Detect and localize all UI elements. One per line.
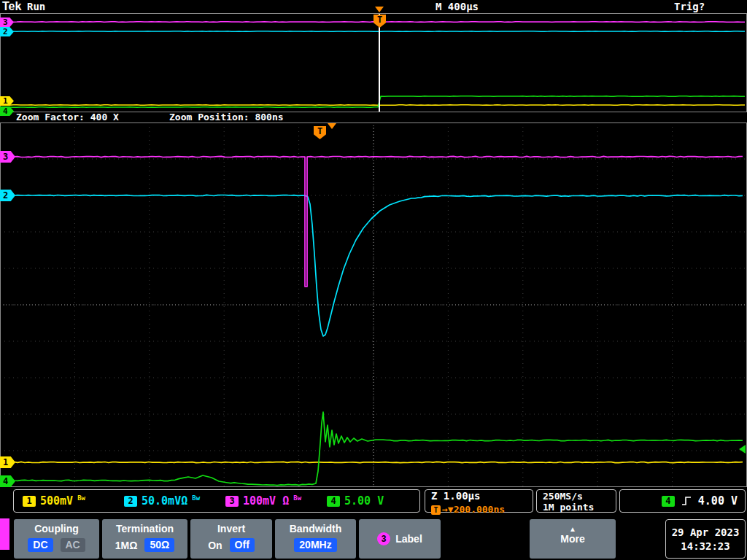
zoom-factor-label: Zoom Factor: 400 X (16, 112, 119, 122)
ch2-readout-badge: 2 (124, 496, 137, 507)
zoom-position-label: Zoom Position: 800ns (169, 112, 284, 122)
ch3-readout-badge: 3 (225, 496, 239, 507)
more-up-arrow-icon: ▲ (530, 519, 616, 533)
ch1-scale-value: 500mV (40, 494, 73, 508)
trigger-level-value: 4.00 V (698, 494, 738, 508)
trigger-delay-arrows: →▼ (442, 504, 454, 515)
acquisition-readout-box: 250MS/s 1M points (536, 489, 616, 513)
record-length-value: 1M points (543, 502, 616, 513)
sample-rate-value: 250MS/s (543, 491, 616, 502)
more-button[interactable]: ▲ More (530, 519, 616, 559)
trigger-t-icon: T (431, 505, 441, 515)
channel-readouts-box: 1 500mV Bw 2 50.0mVΩ Bw 3 100mV Ω Bw 4 5… (13, 489, 420, 513)
coupling-title: Coupling (14, 519, 99, 534)
ch2-scale-value: 50.0mVΩ (142, 494, 187, 508)
ch4-scale-value: 5.00 V (344, 494, 384, 508)
invert-off-option[interactable]: Off (230, 538, 255, 552)
trigger-level-arrow (739, 445, 746, 454)
termination-title: Termination (102, 519, 187, 534)
ch2-bandwidth-limit-indicator: Bw (192, 494, 200, 502)
trigger-status: Trig? (674, 1, 705, 12)
coupling-button[interactable]: Coupling DC AC (14, 519, 99, 559)
trigger-source-badge: 4 (662, 496, 675, 507)
label-channel-badge: 3 (377, 532, 390, 545)
invert-on-option[interactable]: On (208, 540, 222, 551)
ch1-bandwidth-limit-indicator: Bw (77, 494, 85, 502)
date-time-display: 29 Apr 2023 14:32:23 (665, 519, 746, 559)
ch2-readout: 2 50.0mVΩ Bw (115, 494, 217, 508)
trigger-position-arrow-overview (375, 7, 384, 12)
trigger-delay-value: 200.000ns (454, 504, 505, 515)
trigger-readout-box: 4 4.00 V (619, 489, 746, 513)
tek-logo: Tek (2, 0, 21, 13)
label-title: Label (395, 533, 422, 545)
rising-edge-slope-icon (681, 495, 692, 507)
ch4-readout-badge: 4 (327, 496, 340, 507)
invert-button[interactable]: Invert On Off (190, 519, 272, 559)
zoom-scale-readout-box: Z 1.00µs T→▼200.000ns (425, 489, 533, 513)
termination-1mohm-option[interactable]: 1MΩ (115, 540, 138, 551)
coupling-ac-option[interactable]: AC (61, 538, 85, 552)
ch3-bandwidth-limit-indicator: Bw (293, 494, 301, 502)
oscilloscope-screen: Tek Run M 400µs Trig? 3 2 1 4 T Zoom Fac… (0, 0, 747, 560)
trigger-delay-readout: T→▼200.000ns (431, 502, 533, 516)
termination-50ohm-option[interactable]: 50Ω (144, 538, 174, 552)
zoom-info-bar: Zoom Factor: 400 X Zoom Position: 800ns (0, 112, 747, 122)
ch1-readout: 1 500mV Bw (14, 494, 115, 508)
overview-waveform-window (0, 13, 747, 112)
invert-title: Invert (190, 519, 272, 534)
ch4-readout: 4 5.00 V (318, 494, 419, 508)
ch3-scale-value: 100mV Ω (243, 494, 289, 508)
bandwidth-title: Bandwidth (275, 519, 356, 534)
termination-button[interactable]: Termination 1MΩ 50Ω (102, 519, 187, 559)
coupling-dc-option[interactable]: DC (28, 538, 53, 552)
menu-channel-tab (0, 518, 9, 550)
more-label: More (530, 533, 616, 545)
ch3-readout: 3 100mV Ω Bw (217, 494, 318, 508)
trigger-position-arrow-main (328, 123, 336, 129)
time-value: 14:32:23 (666, 540, 745, 552)
bandwidth-value-option[interactable]: 20MHz (294, 538, 336, 552)
label-button[interactable]: 3 Label (359, 519, 441, 559)
acquisition-status: Run (27, 1, 45, 12)
main-waveform-window (0, 122, 747, 487)
timebase-readout: M 400µs (436, 1, 479, 12)
ch1-readout-badge: 1 (23, 496, 36, 507)
zoom-scale-value: Z 1.00µs (431, 491, 533, 502)
bandwidth-button[interactable]: Bandwidth 20MHz (275, 519, 356, 559)
date-value: 29 Apr 2023 (666, 526, 745, 538)
